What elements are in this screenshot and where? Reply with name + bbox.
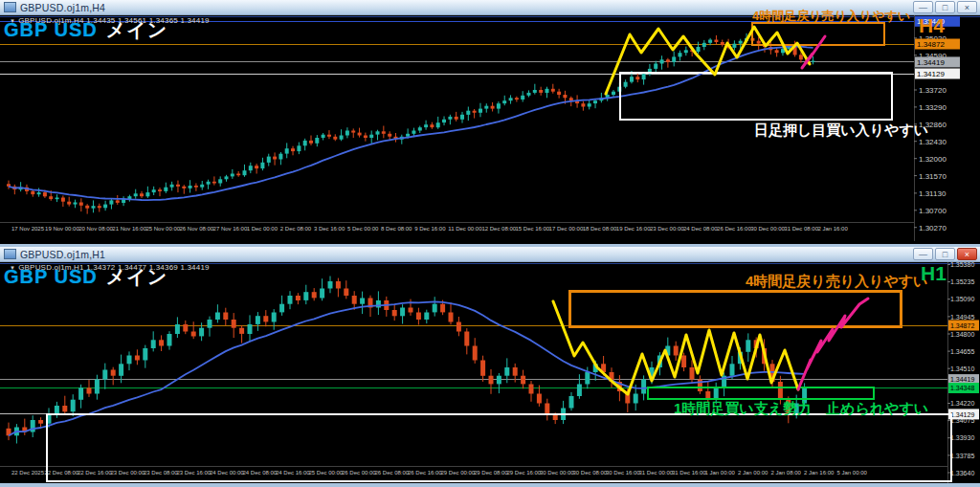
symbol-suffix: メイン xyxy=(106,19,167,40)
candle-body xyxy=(312,292,317,298)
chart-plot-h4: 1.350201.345901.337201.332901.328601.324… xyxy=(0,15,980,244)
candle-body xyxy=(218,179,222,183)
window-titlebar[interactable]: GBPUSD.oj1m,H1 — □ × xyxy=(0,247,980,262)
candle-body xyxy=(697,47,701,52)
candle-body xyxy=(49,196,53,199)
candle-body xyxy=(802,387,807,403)
annotation-box xyxy=(752,23,884,45)
candle-body xyxy=(62,406,67,411)
candle-body xyxy=(484,106,488,109)
candle-body xyxy=(433,304,437,313)
candle-body xyxy=(296,296,301,300)
chart-window-h4: GBPUSD.oj1m,H4 — □ × 1.350201.345901.337… xyxy=(0,0,980,244)
time-axis-label: 21 Nov 16:00 xyxy=(112,226,146,232)
candle-body xyxy=(634,394,638,404)
candle-body xyxy=(167,334,172,346)
price-level-badge-text: 1.34872 xyxy=(917,40,945,49)
candle-body xyxy=(225,176,229,179)
price-tick-label: 1.33290 xyxy=(919,103,947,112)
candle-body xyxy=(98,206,101,208)
time-axis-label: 31 Dec 16:00 xyxy=(672,470,706,476)
candle-body xyxy=(279,304,284,313)
candle-body xyxy=(489,376,494,385)
candle-body xyxy=(183,324,188,332)
trend-drawing xyxy=(606,27,810,94)
time-axis-label: 22 Dec 08:00 xyxy=(45,470,79,476)
candle-body xyxy=(730,364,735,376)
candle-body xyxy=(513,367,518,376)
close-button[interactable]: × xyxy=(957,248,977,260)
candle-body xyxy=(376,131,380,134)
price-level-badge-text: 1.34419 xyxy=(917,58,945,67)
candle-body xyxy=(464,332,469,346)
restore-button[interactable]: □ xyxy=(935,248,955,260)
price-tick-label: 1.32860 xyxy=(919,121,947,129)
candle-body xyxy=(272,313,277,322)
candle-body xyxy=(460,115,464,120)
candle-body xyxy=(690,367,695,380)
time-axis-label: 15 Dec 16:00 xyxy=(516,226,550,232)
candle-body xyxy=(74,203,78,205)
candle-body xyxy=(236,174,240,176)
price-tick-label: 1.32430 xyxy=(919,138,947,146)
window-titlebar[interactable]: GBPUSD.oj1m,H4 — □ × xyxy=(0,0,980,15)
candle-body xyxy=(479,109,482,113)
candle-body xyxy=(87,387,92,393)
price-level-badge-text: 1.34129 xyxy=(917,70,945,78)
time-axis-label: 23 Dec 00:00 xyxy=(650,226,684,232)
candle-body xyxy=(176,185,180,187)
moving-average-line xyxy=(9,46,813,200)
minimize-button[interactable]: — xyxy=(913,1,933,13)
candle-body xyxy=(336,281,341,289)
candle-body xyxy=(473,111,477,113)
candle-body xyxy=(143,348,147,361)
candle-body xyxy=(416,313,421,321)
candle-body xyxy=(333,137,337,140)
close-button[interactable]: × xyxy=(957,1,977,13)
time-axis-label: 22 Dec 16:00 xyxy=(78,470,112,476)
candle-body xyxy=(775,50,779,53)
price-tick-label: 1.30270 xyxy=(919,224,947,232)
candle-body xyxy=(388,134,391,137)
price-tick-label: 1.34945 xyxy=(950,314,974,321)
candle-body xyxy=(641,380,646,394)
candle-body xyxy=(714,387,719,400)
price-tick-label: 1.33930 xyxy=(950,434,974,441)
candle-body xyxy=(151,340,156,348)
candle-body xyxy=(473,346,478,361)
candle-body xyxy=(360,299,365,304)
chart-canvas-h4[interactable]: 1.350201.345901.337201.332901.328601.324… xyxy=(0,15,980,244)
candle-body xyxy=(285,148,289,153)
time-axis-label: 26 Dec 16:00 xyxy=(717,226,751,232)
chart-canvas-h1[interactable]: 1.353801.352351.350901.349451.348001.346… xyxy=(0,262,980,483)
time-axis-label: 30 Dec 00:00 xyxy=(540,470,574,476)
time-axis-label: 24 Dec 00:00 xyxy=(210,470,244,476)
price-level-badge-text: 1.34419 xyxy=(950,376,974,383)
candle-body xyxy=(351,131,355,133)
candle-body xyxy=(255,166,258,168)
candle-body xyxy=(491,106,495,109)
candle-body xyxy=(424,313,429,321)
candle-body xyxy=(684,50,688,53)
candle-body xyxy=(340,136,344,140)
time-axis-label: 5 Jan 00:00 xyxy=(837,470,868,476)
candle-body xyxy=(223,313,228,321)
minimize-button[interactable]: — xyxy=(913,248,933,260)
candle-body xyxy=(134,193,138,196)
time-axis-label: 17 Nov 2025 xyxy=(11,226,45,232)
time-axis-label: 24 Dec 16:00 xyxy=(276,470,310,476)
restore-button[interactable]: □ xyxy=(935,1,955,13)
candle-body xyxy=(679,53,682,56)
time-axis-label: 24 Dec 08:00 xyxy=(683,226,718,232)
candle-body xyxy=(448,117,452,120)
candle-body xyxy=(593,100,597,103)
candle-body xyxy=(630,77,634,81)
price-level-badge-text: 1.34348 xyxy=(950,385,974,391)
candle-body xyxy=(799,55,803,59)
candle-body xyxy=(182,187,186,188)
candle-body xyxy=(635,77,639,79)
candle-body xyxy=(418,127,422,130)
time-axis-label: 23 Dec 00:00 xyxy=(111,470,145,476)
time-axis-label: 31 Dec 00:00 xyxy=(639,470,674,476)
time-axis-label: 30 Dec 00:00 xyxy=(750,226,785,232)
